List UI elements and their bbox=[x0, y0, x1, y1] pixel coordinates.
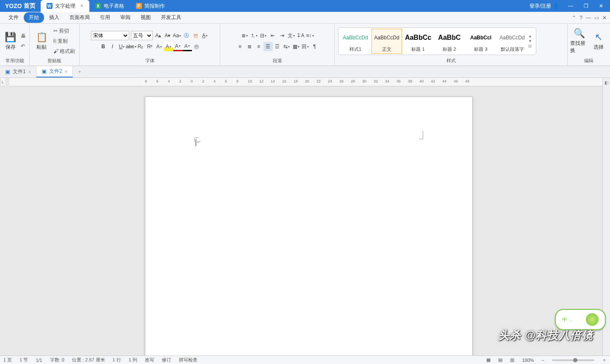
undo-button[interactable]: ↶ bbox=[19, 41, 28, 51]
strikethrough-button[interactable]: abc bbox=[127, 42, 136, 51]
doc-tab-文件2[interactable]: ▣文件2× bbox=[36, 66, 73, 77]
cut-button[interactable]: ✂剪切 bbox=[52, 26, 77, 36]
menu-插入[interactable]: 插入 bbox=[44, 12, 64, 23]
align-distribute-button[interactable]: ☲ bbox=[273, 42, 282, 51]
subscript-button[interactable]: R₂ bbox=[136, 42, 145, 51]
find-replace-button[interactable]: 🔍查找替换 bbox=[569, 27, 589, 55]
numbering-button[interactable]: ⒈ bbox=[250, 31, 259, 40]
style-标题 2[interactable]: AaBbC标题 2 bbox=[434, 29, 465, 54]
align-justify-button[interactable]: ☰ bbox=[263, 42, 273, 51]
enclose-char-button[interactable]: ㊕ bbox=[192, 42, 201, 51]
app-tab-电子表格[interactable]: X电子表格 bbox=[89, 0, 130, 12]
status-page[interactable]: 1 页 bbox=[3, 357, 12, 363]
menu-开发工具[interactable]: 开发工具 bbox=[156, 12, 186, 23]
app-tab-文字处理[interactable]: W文字处理× bbox=[41, 0, 89, 12]
tab-button[interactable]: ⇆ bbox=[282, 42, 291, 51]
sidepanel-toggle[interactable]: ◧ bbox=[604, 80, 609, 85]
maximize-button[interactable]: ❐ bbox=[580, 3, 592, 9]
align-center-button[interactable]: ≣ bbox=[245, 42, 254, 51]
menu-引用[interactable]: 引用 bbox=[95, 12, 115, 23]
tab-stop-selector[interactable]: L bbox=[0, 78, 5, 86]
status-zoom[interactable]: 100% bbox=[522, 358, 534, 363]
document-page[interactable]: ↵ bbox=[145, 97, 473, 356]
align-left-button[interactable]: ≡ bbox=[236, 42, 245, 51]
view-print-button[interactable]: ▦ bbox=[486, 357, 491, 363]
menu-视图[interactable]: 视图 bbox=[136, 12, 156, 23]
view-web-button[interactable]: ▤ bbox=[498, 357, 502, 363]
style-默认段落字[interactable]: AaBbCcDd默认段落字 bbox=[497, 29, 527, 54]
close-icon[interactable]: × bbox=[65, 69, 67, 74]
window-restore-icon[interactable]: ▭ bbox=[594, 15, 599, 21]
show-marks-button[interactable]: ¶ bbox=[310, 42, 319, 51]
paste-button[interactable]: 📋粘贴 bbox=[31, 31, 52, 52]
copy-button[interactable]: ⎘复制 bbox=[52, 36, 77, 46]
increase-indent-button[interactable]: ⇥ bbox=[277, 31, 287, 40]
style-样式1[interactable]: AaBbCcDd样式1 bbox=[340, 29, 371, 54]
status-spell[interactable]: 拼写检查 bbox=[179, 357, 197, 363]
doc-tab-文件1[interactable]: ▣文件1× bbox=[0, 66, 36, 77]
help-icon[interactable]: ? bbox=[580, 15, 582, 21]
status-row[interactable]: 1 行 bbox=[113, 357, 121, 363]
grow-font-button[interactable]: A▴ bbox=[154, 31, 163, 40]
superscript-button[interactable]: R² bbox=[145, 42, 155, 51]
zoom-in-button[interactable]: ＋ bbox=[602, 357, 607, 363]
line-spacing-button[interactable]: ≡↕ bbox=[305, 31, 315, 40]
char-shading-button[interactable]: A bbox=[183, 42, 192, 51]
close-icon[interactable]: × bbox=[80, 3, 83, 9]
styles-down[interactable]: ▼ bbox=[528, 39, 534, 43]
italic-button[interactable]: I bbox=[108, 42, 117, 51]
save-button[interactable]: 💾保存 bbox=[2, 31, 19, 52]
zoom-out-button[interactable]: − bbox=[542, 358, 544, 363]
close-button[interactable]: ✕ bbox=[595, 3, 607, 9]
decrease-indent-button[interactable]: ⇤ bbox=[268, 31, 277, 40]
ribbon-collapse-icon[interactable]: ⌃ bbox=[572, 15, 576, 21]
select-button[interactable]: ↖选择 bbox=[589, 31, 608, 52]
align-right-button[interactable]: ≡ bbox=[254, 42, 263, 51]
zoom-slider[interactable] bbox=[552, 359, 594, 361]
menu-开始[interactable]: 开始 bbox=[24, 12, 44, 23]
close-icon[interactable]: × bbox=[28, 69, 31, 74]
menu-文件[interactable]: 文件 bbox=[3, 12, 24, 23]
multilevel-button[interactable]: ⊟ bbox=[259, 31, 268, 40]
app-tab-简报制作[interactable]: P简报制作 bbox=[130, 0, 171, 12]
shrink-font-button[interactable]: A▾ bbox=[163, 31, 172, 40]
styles-up[interactable]: ▲ bbox=[528, 34, 534, 38]
bullets-button[interactable]: ≣ bbox=[240, 31, 250, 40]
text-direction-button[interactable]: 文 bbox=[287, 31, 296, 40]
quick-print-button[interactable]: 🖶 bbox=[19, 31, 28, 41]
highlight-button[interactable]: A bbox=[164, 42, 173, 51]
status-col[interactable]: 1 列 bbox=[129, 357, 137, 363]
borders-button[interactable]: 田 bbox=[301, 42, 310, 51]
status-position[interactable]: 位置 : 2.57 厘米 bbox=[72, 357, 105, 363]
style-正文[interactable]: AaBbCcDd正文 bbox=[372, 29, 402, 54]
login-button[interactable]: 登录/注册👤 bbox=[527, 3, 562, 10]
char-border-button[interactable]: A bbox=[200, 31, 210, 40]
underline-button[interactable]: U bbox=[117, 42, 127, 51]
bold-button[interactable]: B bbox=[99, 42, 108, 51]
menu-页面布局[interactable]: 页面布局 bbox=[64, 12, 95, 23]
status-section[interactable]: 1 节 bbox=[19, 357, 28, 363]
status-overwrite[interactable]: 改写 bbox=[145, 357, 154, 363]
status-words[interactable]: 字数: 0 bbox=[50, 357, 64, 363]
font-name-select[interactable]: 宋体 bbox=[91, 31, 129, 40]
styles-more[interactable]: ⊟ bbox=[528, 44, 534, 48]
style-标题 3[interactable]: AaBbCcI标题 3 bbox=[466, 29, 496, 54]
status-track[interactable]: 修订 bbox=[162, 357, 171, 363]
sort-button[interactable]: ↧A bbox=[296, 31, 305, 40]
new-tab-button[interactable]: ＋ bbox=[73, 66, 86, 77]
format-painter-button[interactable]: 🖌格式刷 bbox=[52, 46, 77, 56]
horizontal-ruler[interactable]: 8642024681012141618202224262830323436384… bbox=[9, 78, 602, 86]
phonetic-button[interactable]: 변 bbox=[191, 31, 200, 40]
window-min-icon[interactable]: — bbox=[586, 15, 591, 21]
shading-button[interactable]: ▦ bbox=[291, 42, 301, 51]
emphasis-button[interactable]: A bbox=[155, 42, 164, 51]
menu-审阅[interactable]: 审阅 bbox=[115, 12, 136, 23]
style-标题 1[interactable]: AaBbCc标题 1 bbox=[403, 29, 433, 54]
view-outline-button[interactable]: ▥ bbox=[510, 357, 514, 363]
window-close-icon[interactable]: ✕ bbox=[602, 15, 607, 21]
font-color-button[interactable]: A bbox=[173, 42, 183, 51]
font-size-select[interactable]: 五号 bbox=[131, 31, 153, 40]
minimize-button[interactable]: — bbox=[564, 3, 577, 9]
status-pages[interactable]: 1/1 bbox=[36, 358, 42, 363]
change-case-button[interactable]: Aa bbox=[172, 31, 182, 40]
